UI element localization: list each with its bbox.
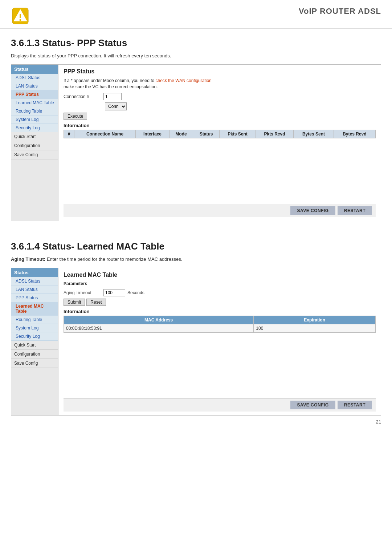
connect-select[interactable]: Connect Disconnect: [105, 102, 127, 110]
execute-row: Execute: [64, 113, 376, 120]
sidebar-item-lan[interactable]: LAN Status: [11, 82, 58, 90]
logo-icon: [11, 7, 30, 25]
aging-unit: Seconds: [127, 290, 144, 295]
section2-title: 3.6.1.4 Status- Learned MAC Table: [11, 241, 381, 252]
reset-button[interactable]: Reset: [86, 299, 106, 306]
aging-label: Aging Timeout: [64, 290, 103, 295]
sidebar2-status-header[interactable]: Status: [11, 268, 58, 277]
save-config-btn1[interactable]: SAVE CONFIG: [290, 206, 335, 215]
aging-row: Aging Timeout Seconds: [64, 289, 376, 296]
svg-rect-3: [20, 14, 21, 18]
notice-link[interactable]: check the WAN configuration: [156, 78, 212, 83]
restart-btn1[interactable]: RESTART: [338, 206, 372, 215]
col-bytessent: Bytes Sent: [294, 130, 334, 138]
expiration-cell: 100: [254, 324, 376, 332]
sidebar2-item-saveconfig[interactable]: Save Config: [11, 359, 58, 368]
col-pktssent: Pkts Sent: [220, 130, 256, 138]
section2-desc-text: Enter the time period for the router to …: [47, 256, 183, 262]
col-mode: Mode: [169, 130, 193, 138]
section2: 3.6.1.4 Status- Learned MAC Table Aging …: [0, 232, 392, 262]
submit-row: Submit Reset: [64, 299, 376, 306]
page-header: VoIP ROUTER ADSL: [0, 0, 392, 29]
ppp-table: # Connection Name Interface Mode Status …: [64, 130, 376, 138]
sidebar2-item-quickstart[interactable]: Quick Start: [11, 341, 58, 350]
sidebar-item-routing[interactable]: Routing Table: [11, 107, 58, 116]
col-hash: #: [64, 130, 74, 138]
sidebar-item-config[interactable]: Configuration: [11, 141, 58, 150]
sidebar2-item-config[interactable]: Configuration: [11, 350, 58, 359]
execute-button[interactable]: Execute: [64, 113, 87, 120]
connection-row: Connection #: [64, 93, 376, 100]
notice-text: If a * appears under Mode column, you ne…: [64, 78, 376, 90]
content2: Learned MAC Table Parameters Aging Timeo…: [58, 268, 381, 415]
sidebar-item-mac[interactable]: Learned MAC Table: [11, 99, 58, 107]
sidebar2-item-ppp[interactable]: PPP Status: [11, 294, 58, 302]
section1-desc: Displays the status of your PPP connecti…: [11, 53, 381, 58]
notice-end: make sure the VC has the correct encapsu…: [64, 84, 158, 89]
footer1: SAVE CONFIG RESTART: [64, 204, 376, 217]
sidebar1: Status ADSL Status LAN Status PPP Status…: [11, 65, 58, 221]
col-status: Status: [193, 130, 220, 138]
section2-desc: Aging Timeout: Enter the time period for…: [11, 256, 381, 262]
params-header: Parameters: [64, 281, 376, 287]
table-row: 00:0D:88:18:53:91 100: [64, 324, 376, 332]
brand-title: VoIP ROUTER ADSL: [299, 7, 381, 16]
sidebar2-item-seclog[interactable]: Security Log: [11, 332, 58, 341]
content1: PPP Status If a * appears under Mode col…: [58, 65, 381, 221]
panel2: Status ADSL Status LAN Status PPP Status…: [11, 268, 381, 416]
panel1: Status ADSL Status LAN Status PPP Status…: [11, 64, 381, 221]
col-pktsrcvd: Pkts Rcvd: [256, 130, 293, 138]
sidebar-item-quickstart[interactable]: Quick Start: [11, 132, 58, 141]
sidebar2-item-adsl[interactable]: ADSL Status: [11, 277, 58, 285]
sidebar2-item-routing[interactable]: Routing Table: [11, 316, 58, 324]
logo-area: [11, 7, 30, 25]
mac-table: MAC Address Expiration 00:0D:88:18:53:91…: [64, 316, 376, 333]
section2-desc-bold: Aging Timeout:: [11, 256, 45, 262]
sidebar2-item-syslog[interactable]: System Log: [11, 324, 58, 332]
aging-input[interactable]: [103, 289, 125, 296]
mac-address-cell: 00:0D:88:18:53:91: [64, 324, 254, 332]
section1: 3.6.1.3 Status- PPP Status Displays the …: [0, 29, 392, 58]
content1-title: PPP Status: [64, 68, 376, 75]
col-interface: Interface: [136, 130, 170, 138]
save-config-btn2[interactable]: SAVE CONFIG: [290, 401, 335, 409]
sidebar2-item-mac[interactable]: Learned MAC Table: [11, 302, 58, 316]
notice-prefix: If a * appears under Mode column, you ne…: [64, 78, 156, 83]
footer2: SAVE CONFIG RESTART: [64, 398, 376, 412]
info-header1: Information: [64, 123, 376, 128]
col-mac-address: MAC Address: [64, 316, 254, 324]
connection-input[interactable]: [103, 93, 122, 100]
sidebar-item-syslog[interactable]: System Log: [11, 116, 58, 124]
sidebar-item-adsl[interactable]: ADSL Status: [11, 74, 58, 82]
page-number: 21: [0, 416, 392, 428]
sidebar2-item-lan[interactable]: LAN Status: [11, 285, 58, 294]
col-bytesrcvd: Bytes Rcvd: [334, 130, 375, 138]
sidebar-item-ppp[interactable]: PPP Status: [11, 90, 58, 99]
restart-btn2[interactable]: RESTART: [338, 401, 372, 409]
sidebar-item-saveconfig[interactable]: Save Config: [11, 150, 58, 159]
col-expiration: Expiration: [254, 316, 376, 324]
submit-button[interactable]: Submit: [64, 299, 85, 306]
content2-title: Learned MAC Table: [64, 272, 376, 278]
connection-label: Connection #: [64, 94, 103, 99]
col-connname: Connection Name: [74, 130, 135, 138]
svg-point-2: [20, 19, 21, 21]
sidebar-status-header[interactable]: Status: [11, 65, 58, 74]
connect-row: Connect Disconnect: [64, 102, 376, 110]
sidebar2: Status ADSL Status LAN Status PPP Status…: [11, 268, 58, 415]
info-header2: Information: [64, 309, 376, 314]
sidebar-item-seclog[interactable]: Security Log: [11, 124, 58, 132]
section1-title: 3.6.1.3 Status- PPP Status: [11, 37, 381, 49]
